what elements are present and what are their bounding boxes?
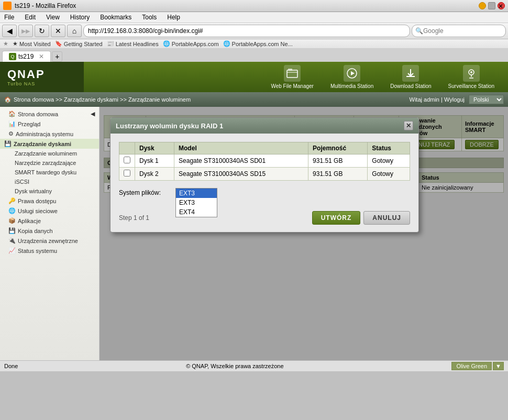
administracja-icon: ⚙	[8, 130, 14, 137]
menu-bookmarks[interactable]: Bookmarks	[98, 13, 134, 21]
firefox-icon	[3, 2, 12, 10]
row2-checkbox-cell	[119, 168, 135, 181]
row2-disk: Dysk 2	[135, 168, 174, 181]
menu-help[interactable]: Help	[165, 13, 182, 21]
modal-footer: Step 1 of 1 UTWÓRZ ANULUJ	[111, 207, 418, 232]
qnap-header: QNAP Turbo NAS Web File Manager Multimed…	[0, 62, 508, 92]
header-pojemnosc: Pojemność	[308, 142, 368, 154]
sidebar-przeglad[interactable]: 📊 Przegląd	[0, 119, 99, 129]
menu-edit[interactable]: Edit	[23, 13, 38, 21]
row2-capacity: 931.51 GB	[308, 168, 368, 181]
nav-web-file-manager[interactable]: Web File Manager	[262, 62, 322, 92]
stop-button[interactable]: ✕	[51, 25, 65, 37]
sidebar-iscsi[interactable]: iSCSI	[0, 177, 99, 186]
sidebar-zarzadzanie-dyskami[interactable]: 💾 Zarządzanie dyskami	[0, 139, 99, 149]
row1-capacity: 931.51 GB	[308, 154, 368, 168]
maximize-btn[interactable]	[488, 2, 495, 9]
bookmark-getting-started[interactable]: 🔖 Getting Started	[55, 40, 103, 47]
modal-close-button[interactable]: ✕	[404, 121, 413, 130]
sidebar-dysk-wirtualny[interactable]: Dysk wirtualny	[0, 186, 99, 196]
row1-checkbox-cell	[119, 154, 135, 168]
nav-multimedia-station[interactable]: Multimedia Station	[322, 62, 382, 92]
minimize-btn[interactable]	[479, 2, 486, 9]
prawa-icon: 🔑	[8, 197, 16, 204]
tab-close-icon[interactable]: ✕	[39, 53, 44, 60]
przeglad-icon: 📊	[8, 120, 16, 127]
bookmark-star-icon: ★	[13, 40, 18, 47]
sidebar-kopia-danych[interactable]: 💾 Kopia danych	[0, 226, 99, 236]
tab-favicon: Q	[9, 53, 16, 60]
close-btn[interactable]: ✕	[498, 2, 505, 9]
tab-ts219[interactable]: Q ts219 ✕	[2, 51, 51, 62]
qnap-subheader: 🏠 Strona domowa >> Zarządzanie dyskami >…	[0, 92, 508, 107]
sidebar-zarzadzanie-woluminem[interactable]: Zarządzanie woluminem	[0, 149, 99, 158]
status-icon: 📈	[8, 247, 16, 254]
qnap-main: 🏠 Strona domowa ◀ 📊 Przegląd ⚙ Administr…	[0, 107, 508, 360]
sidebar-administracja[interactable]: ⚙ Administracja systemu	[0, 129, 99, 139]
sidebar-uslugi-sieciowe[interactable]: 🌐 Usługi sieciowe	[0, 206, 99, 216]
dysk-icon: 💾	[4, 140, 12, 147]
disk1-checkbox[interactable]	[124, 157, 130, 163]
sidebar-narzedzie[interactable]: Narzędzie zarządzające	[0, 158, 99, 168]
header-status: Status	[368, 142, 410, 154]
bookmark-latest-headlines[interactable]: 📰 Latest Headlines	[107, 40, 159, 47]
menu-file[interactable]: File	[2, 13, 16, 21]
kopia-icon: 💾	[8, 227, 16, 234]
svg-rect-1	[288, 69, 292, 71]
sidebar-status-systemu[interactable]: 📈 Status systemu	[0, 246, 99, 256]
tab-add-button[interactable]: +	[52, 51, 62, 62]
back-button[interactable]: ◀	[2, 25, 17, 37]
table-row: Dysk 2 Seagate ST31000340AS SD15 931.51 …	[119, 168, 410, 181]
create-button[interactable]: UTWÓRZ	[312, 211, 361, 225]
modal-title-bar: Lustrzany wolumin dysku RAID 1 ✕	[111, 118, 418, 134]
sidebar-prawa-dostepu[interactable]: 🔑 Prawa dostępu	[0, 196, 99, 206]
browser-title: ts219 - Mozilla Firefox	[15, 2, 76, 9]
fs-option-ext4[interactable]: EXT4	[176, 207, 217, 217]
multimedia-station-icon	[344, 65, 360, 82]
sidebar-aplikacje[interactable]: 📦 Aplikacje	[0, 216, 99, 226]
theme-dropdown-arrow[interactable]: ▼	[493, 362, 504, 370]
modal-body: Dysk Model Pojemność Status	[111, 134, 418, 207]
status-message: Done	[4, 363, 18, 369]
sidebar-smart[interactable]: SMART twardego dysku	[0, 168, 99, 177]
bookmark-globe-icon: 🌐	[163, 40, 170, 47]
nav-download-station[interactable]: Download Station	[382, 62, 439, 92]
address-bar[interactable]	[83, 25, 410, 37]
fs-dropdown-list: EXT3 EXT3 EXT4	[175, 188, 217, 217]
refresh-button[interactable]: ↻	[35, 25, 49, 37]
browser-toolbar: ◀ ▶▶ ↻ ✕ ⌂ 🔍	[0, 23, 508, 39]
qnap-logo-sub: Turbo NAS	[7, 81, 76, 86]
row2-status: Gotowy	[368, 168, 410, 181]
menu-view[interactable]: View	[44, 13, 62, 21]
bookmark-most-visited[interactable]: ★ Most Visited	[13, 40, 51, 47]
theme-label: Olive Green	[451, 362, 492, 370]
user-info: Witaj admin | Wyloguj	[410, 96, 465, 103]
disk2-checkbox[interactable]	[124, 170, 130, 176]
tab-bar: Q ts219 ✕ +	[0, 49, 508, 62]
bookmark-icon: ★	[3, 40, 8, 47]
cancel-button[interactable]: ANULUJ	[363, 211, 410, 225]
sidebar-urzadzenia[interactable]: 🔌 Urządzenia zewnętrzne	[0, 236, 99, 246]
bookmark-portableapps[interactable]: 🌐 PortableApps.com	[163, 40, 219, 47]
search-icon: 🔍	[415, 27, 423, 35]
fs-option-ext3-1[interactable]: EXT3	[176, 189, 217, 198]
menu-tools[interactable]: Tools	[140, 13, 159, 21]
language-selector[interactable]: Polski English	[469, 95, 504, 104]
home-button[interactable]: ⌂	[67, 25, 82, 37]
table-row: Dysk 1 Seagate ST31000340AS SD01 931.51 …	[119, 154, 410, 168]
nav-surveillance-station[interactable]: Surveillance Station	[440, 62, 503, 92]
app-container: QNAP Turbo NAS Web File Manager Multimed…	[0, 62, 508, 360]
qnap-nav-icons: Web File Manager Multimedia Station Down…	[84, 62, 508, 92]
menu-history[interactable]: History	[68, 13, 92, 21]
aplikacje-icon: 📦	[8, 217, 16, 224]
bookmark-news-icon: 📰	[107, 40, 114, 47]
row1-disk: Dysk 1	[135, 154, 174, 168]
bookmark-portableapps-ne[interactable]: 🌐 PortableApps.com Ne...	[223, 40, 293, 47]
sidebar-home[interactable]: 🏠 Strona domowa ◀	[0, 109, 99, 119]
modal-overlay: Lustrzany wolumin dysku RAID 1 ✕ Dysk Mo…	[100, 107, 508, 360]
web-file-manager-icon	[284, 65, 301, 82]
filesystem-row: System plików: EXT3 ▼ EXT3 EXT3 EXT4	[119, 188, 410, 198]
forward-button[interactable]: ▶▶	[18, 25, 33, 37]
search-input[interactable]	[423, 27, 491, 35]
fs-option-ext3-2[interactable]: EXT3	[176, 198, 217, 207]
